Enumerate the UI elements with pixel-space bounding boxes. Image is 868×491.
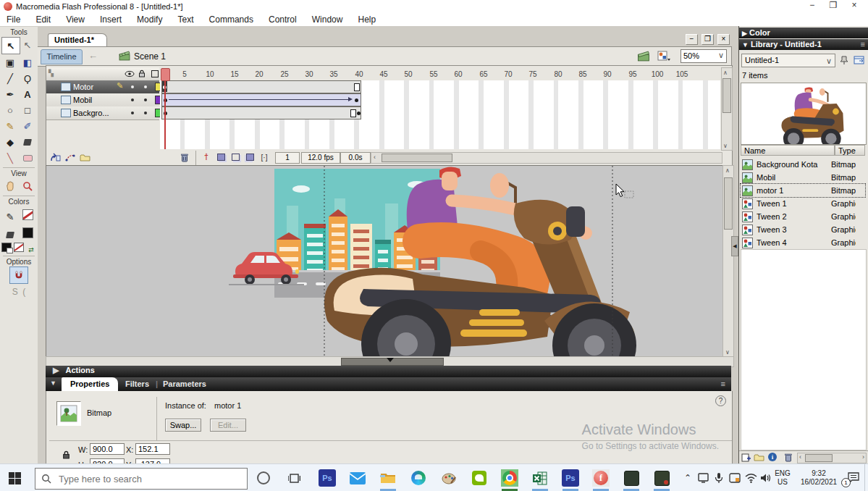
add-motion-guide-button[interactable] [64, 151, 77, 163]
outline-all-layers-icon[interactable] [151, 70, 159, 77]
zoom-tool[interactable] [19, 178, 36, 194]
search-input[interactable] [57, 473, 227, 485]
current-frame-field[interactable]: 1 [275, 152, 300, 164]
ink-bottle-tool[interactable]: ◆ [1, 134, 19, 150]
no-color-button[interactable] [14, 243, 24, 252]
doc-restore-button[interactable]: ❐ [701, 34, 714, 45]
panel-menu-icon[interactable]: ≡ [721, 379, 725, 388]
edit-symbols-button[interactable] [657, 50, 670, 62]
menu-view[interactable]: View [59, 13, 91, 26]
hand-tool[interactable] [1, 178, 19, 194]
show-desktop-button[interactable] [864, 464, 868, 491]
layer-visibility-dot[interactable] [131, 98, 134, 101]
library-document-select[interactable]: Untitled-1 ∨ [741, 54, 835, 67]
restore-button[interactable]: ❐ [824, 1, 843, 11]
timeline-vscrollbar[interactable]: ∧ ∨ [721, 67, 733, 151]
lock-aspect-icon[interactable] [62, 450, 70, 459]
tray-clock[interactable]: 9:3216/02/2021 [796, 469, 841, 487]
lasso-tool[interactable]: Ϙ [19, 70, 36, 86]
frames-area[interactable]: 5 10 15 20 25 30 35 40 45 50 55 60 65 70… [160, 67, 720, 149]
edit-button[interactable]: Edit... [210, 419, 246, 432]
tab-properties[interactable]: Properties [62, 377, 118, 391]
menu-modify[interactable]: Modify [130, 13, 169, 26]
library-item-background-kota[interactable]: Background Kota Bitmap [741, 158, 865, 171]
onion-skin-button[interactable] [214, 151, 227, 163]
panel-collapse-arrow-icon[interactable] [387, 358, 394, 362]
timeline-toggle-button[interactable]: Timeline [41, 49, 83, 64]
rectangle-tool[interactable]: □ [19, 102, 36, 118]
menu-help[interactable]: Help [352, 13, 383, 26]
brush-tool[interactable]: ✐ [19, 118, 36, 134]
menu-text[interactable]: Text [172, 13, 201, 26]
stage-canvas[interactable] [46, 165, 724, 358]
start-button[interactable] [6, 469, 23, 487]
center-frame-button[interactable]: ϯ [200, 151, 213, 163]
help-icon[interactable]: ? [715, 395, 726, 406]
width-field[interactable]: 900.0 [90, 443, 125, 455]
color-panel-header[interactable]: ▶ Color [739, 28, 868, 38]
delete-item-button[interactable] [784, 453, 793, 462]
paint-bucket-tool[interactable] [19, 134, 36, 150]
panel-gripper[interactable]: ▚ [49, 70, 54, 77]
taskbar-edge[interactable] [410, 469, 427, 487]
lock-all-layers-icon[interactable] [138, 70, 146, 77]
taskbar-search[interactable] [35, 468, 248, 490]
menu-commands[interactable]: Commands [203, 13, 260, 26]
layer-row-motor[interactable]: Motor ✎ [46, 80, 159, 94]
new-library-panel-icon[interactable] [854, 55, 865, 65]
oval-tool[interactable]: ○ [1, 102, 19, 118]
layer-row-background[interactable]: Backgro... [46, 106, 159, 120]
taskbar-app-2[interactable] [653, 469, 670, 487]
layer-lock-dot[interactable] [144, 85, 147, 88]
collapse-arrow-icon[interactable]: ▼ [50, 379, 56, 387]
taskbar-flash[interactable]: f [592, 469, 610, 487]
back-button[interactable]: ← [88, 50, 98, 61]
modify-onion-markers-button[interactable]: [·] [258, 151, 271, 163]
menu-edit[interactable]: Edit [29, 13, 57, 26]
selection-tool[interactable]: ↖ [1, 37, 20, 54]
tab-filters[interactable]: Filters [125, 377, 149, 391]
new-folder-button[interactable] [754, 453, 764, 461]
zoom-select[interactable]: 50% ∨ [681, 49, 727, 63]
menu-control[interactable]: Control [262, 13, 303, 26]
library-column-type[interactable]: Type [835, 145, 865, 156]
library-panel-header[interactable]: ▼ Library - Untitled-1 ≡ [739, 39, 868, 50]
x-field[interactable]: 152.1 [135, 443, 170, 455]
elapsed-time-field[interactable]: 0.0s [340, 152, 371, 164]
default-colors-button[interactable] [1, 243, 12, 252]
tray-tablet-icon[interactable] [694, 469, 712, 487]
library-item-tween-3[interactable]: Tween 3 Graphic [741, 223, 865, 236]
library-item-motor-1[interactable]: motor 1 Bitmap [741, 184, 865, 197]
timeline-hscrollbar[interactable]: ‹ [371, 152, 722, 164]
straighten-option[interactable]: ( [22, 287, 25, 297]
insert-layer-folder-button[interactable] [78, 151, 91, 163]
eraser-tool[interactable] [19, 150, 36, 166]
delete-layer-button[interactable] [178, 151, 191, 163]
smooth-option[interactable]: S [12, 287, 18, 297]
frame-ruler[interactable]: 5 10 15 20 25 30 35 40 45 50 55 60 65 70… [160, 67, 720, 81]
taskbar-notepad[interactable] [471, 469, 488, 487]
library-hscrollbar[interactable]: ‹ › [797, 453, 867, 463]
layer-row-mobil[interactable]: Mobil [46, 93, 159, 107]
library-item-tween-1[interactable]: Tween 1 Graphic [741, 197, 865, 210]
task-view-button[interactable] [285, 469, 303, 487]
layer-lock-dot[interactable] [144, 112, 147, 114]
library-list-empty-area[interactable] [741, 249, 867, 450]
doc-minimize-button[interactable]: − [686, 34, 698, 45]
menu-insert[interactable]: Insert [93, 13, 128, 26]
insert-layer-button[interactable] [49, 151, 62, 163]
line-tool[interactable]: ╱ [1, 70, 19, 86]
taskbar-paint[interactable] [440, 469, 458, 487]
edit-scene-button[interactable] [637, 51, 650, 62]
snap-to-objects-option[interactable] [9, 267, 28, 284]
frame-rate-field[interactable]: 12.0 fps [301, 152, 340, 164]
subselection-tool[interactable]: ↖ [19, 37, 36, 53]
layer-visibility-dot[interactable] [131, 112, 134, 114]
layer-visibility-dot[interactable] [131, 85, 134, 88]
eyedropper-tool[interactable]: ╲ [1, 150, 19, 166]
sidebar-collapse-handle[interactable]: ◀ [731, 236, 738, 256]
playhead[interactable] [161, 68, 170, 81]
menu-file[interactable]: File [0, 13, 27, 26]
new-symbol-button[interactable] [741, 453, 751, 462]
item-properties-button[interactable]: i [768, 453, 777, 461]
